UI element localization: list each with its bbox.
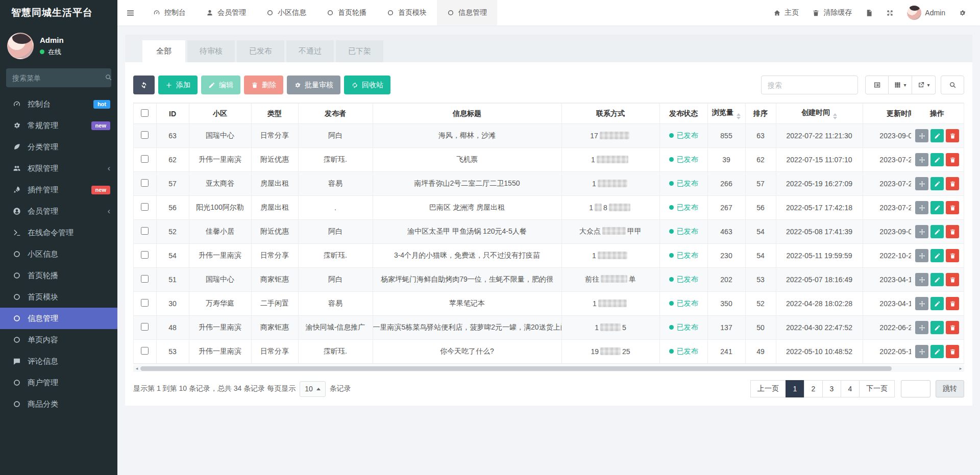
next-page-button[interactable]: 下一页: [859, 380, 895, 397]
sidebar-item-小区信息[interactable]: 小区信息: [0, 243, 117, 265]
edit-row-button[interactable]: [930, 249, 944, 262]
row-checkbox[interactable]: [141, 179, 149, 187]
row-checkbox[interactable]: [141, 251, 149, 259]
sidebar-item-控制台[interactable]: 控制台hot: [0, 93, 117, 115]
prev-page-button[interactable]: 上一页: [750, 380, 786, 397]
move-button[interactable]: [915, 225, 928, 238]
filter-tab-全部[interactable]: 全部: [142, 40, 185, 62]
delete-row-button[interactable]: [946, 201, 959, 214]
columns-button[interactable]: ▾: [889, 76, 912, 94]
move-button[interactable]: [915, 345, 928, 358]
filter-tab-待审核[interactable]: 待审核: [187, 40, 235, 62]
navbar-settings[interactable]: [952, 0, 973, 26]
sidebar-item-商户管理[interactable]: 商户管理: [0, 372, 117, 393]
move-button[interactable]: [915, 201, 928, 214]
delete-row-button[interactable]: [946, 273, 959, 286]
edit-button[interactable]: 编辑: [201, 76, 240, 94]
move-button[interactable]: [915, 129, 928, 142]
page-button-3[interactable]: 3: [822, 380, 841, 397]
edit-row-button[interactable]: [930, 345, 944, 358]
add-button[interactable]: 添加: [158, 76, 198, 94]
edit-row-button[interactable]: [930, 177, 944, 190]
edit-row-button[interactable]: [930, 321, 944, 334]
sidebar-item-插件管理[interactable]: 插件管理new: [0, 179, 117, 201]
fullsearch-button[interactable]: [941, 76, 964, 94]
delete-row-button[interactable]: [946, 321, 959, 334]
delete-row-button[interactable]: [946, 297, 959, 310]
select-all-checkbox[interactable]: [141, 109, 149, 117]
page-button-2[interactable]: 2: [804, 380, 823, 397]
sidebar-item-常规管理[interactable]: 常规管理new: [0, 115, 117, 136]
sidebar-item-在线命令管理[interactable]: 在线命令管理: [0, 222, 117, 243]
jump-page-input[interactable]: [901, 380, 930, 397]
sidebar-item-分类管理[interactable]: 分类管理: [0, 136, 117, 158]
navbar-clear-cache[interactable]: 清除缓存: [805, 0, 859, 26]
edit-row-button[interactable]: [930, 273, 944, 286]
nav-tab-小区信息[interactable]: 小区信息: [256, 0, 316, 26]
batch-audit-button[interactable]: 批量审核: [287, 76, 340, 94]
delete-row-button[interactable]: [946, 177, 959, 190]
sidebar-item-首页模块[interactable]: 首页模块: [0, 286, 117, 308]
move-button[interactable]: [915, 273, 928, 286]
row-checkbox[interactable]: [141, 203, 149, 211]
edit-row-button[interactable]: [930, 225, 944, 238]
jump-button[interactable]: 跳转: [936, 380, 964, 397]
delete-row-button[interactable]: [946, 225, 959, 238]
edit-row-button[interactable]: [930, 201, 944, 214]
row-checkbox[interactable]: [141, 299, 149, 307]
edit-row-button[interactable]: [930, 297, 944, 310]
hamburger-icon[interactable]: [117, 0, 143, 26]
nav-tab-会员管理[interactable]: 会员管理: [196, 0, 256, 26]
row-checkbox[interactable]: [141, 323, 149, 331]
sidebar-item-会员管理[interactable]: 会员管理‹: [0, 201, 117, 222]
page-button-1[interactable]: 1: [786, 380, 804, 397]
export-button[interactable]: ▾: [912, 76, 936, 94]
move-button[interactable]: [915, 321, 928, 334]
sidebar-item-信息管理[interactable]: 信息管理: [0, 308, 117, 329]
sort-icon[interactable]: [833, 113, 837, 119]
move-button[interactable]: [915, 297, 928, 310]
row-checkbox[interactable]: [141, 227, 149, 235]
navbar-log[interactable]: [859, 0, 879, 26]
sidebar-item-权限管理[interactable]: 权限管理‹: [0, 158, 117, 179]
move-button[interactable]: [915, 249, 928, 262]
filter-tab-不通过[interactable]: 不通过: [286, 40, 334, 62]
nav-tab-信息管理[interactable]: 信息管理: [437, 0, 497, 26]
sort-icon[interactable]: [737, 113, 741, 119]
page-size-select[interactable]: 10: [300, 381, 326, 397]
row-checkbox[interactable]: [141, 131, 149, 139]
nav-tab-首页轮播[interactable]: 首页轮播: [316, 0, 377, 26]
sidebar-item-单页内容[interactable]: 单页内容: [0, 329, 117, 351]
sidebar-search-input[interactable]: [12, 74, 105, 82]
sidebar-item-评论信息[interactable]: 评论信息: [0, 351, 117, 372]
row-checkbox[interactable]: [141, 347, 149, 355]
move-button[interactable]: [915, 177, 928, 190]
scroll-left-icon[interactable]: ◂: [133, 365, 140, 372]
filter-tab-已发布[interactable]: 已发布: [237, 40, 284, 62]
horizontal-scrollbar[interactable]: ◂ ▸: [133, 365, 964, 372]
scrollbar-thumb[interactable]: [140, 366, 892, 371]
edit-row-button[interactable]: [930, 129, 944, 142]
recycle-bin-button[interactable]: 回收站: [344, 76, 390, 94]
column-header-创建时间[interactable]: 创建时间: [801, 108, 830, 116]
refresh-button[interactable]: [133, 76, 155, 94]
column-header-浏览量[interactable]: 浏览量: [712, 108, 733, 116]
delete-row-button[interactable]: [946, 153, 959, 166]
nav-tab-首页模块[interactable]: 首页模块: [377, 0, 437, 26]
detail-view-button[interactable]: [865, 76, 889, 94]
scroll-right-icon[interactable]: ▸: [957, 365, 964, 372]
sidebar-item-首页轮播[interactable]: 首页轮播: [0, 265, 117, 286]
move-button[interactable]: [915, 153, 928, 166]
row-checkbox[interactable]: [141, 275, 149, 283]
table-search-input[interactable]: [761, 76, 858, 94]
delete-row-button[interactable]: [946, 249, 959, 262]
edit-row-button[interactable]: [930, 153, 944, 166]
navbar-admin-user[interactable]: Admin: [900, 0, 952, 26]
navbar-home[interactable]: 主页: [767, 0, 805, 26]
delete-row-button[interactable]: [946, 345, 959, 358]
filter-tab-已下架[interactable]: 已下架: [336, 40, 383, 62]
delete-button[interactable]: 删除: [244, 76, 283, 94]
delete-row-button[interactable]: [946, 129, 959, 142]
sidebar-item-商品分类[interactable]: 商品分类: [0, 393, 117, 415]
navbar-fullscreen[interactable]: [879, 0, 900, 26]
